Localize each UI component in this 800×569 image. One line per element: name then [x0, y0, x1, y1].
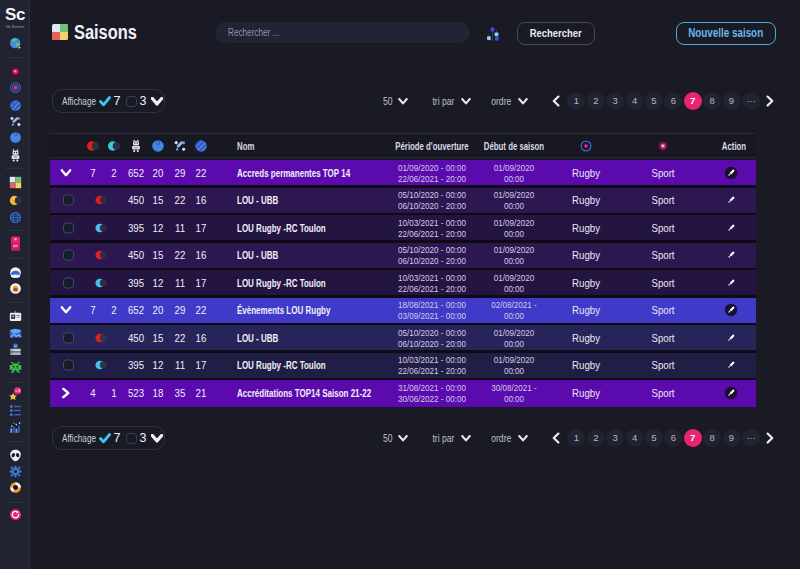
svg-text:+3: +3 — [15, 388, 21, 393]
